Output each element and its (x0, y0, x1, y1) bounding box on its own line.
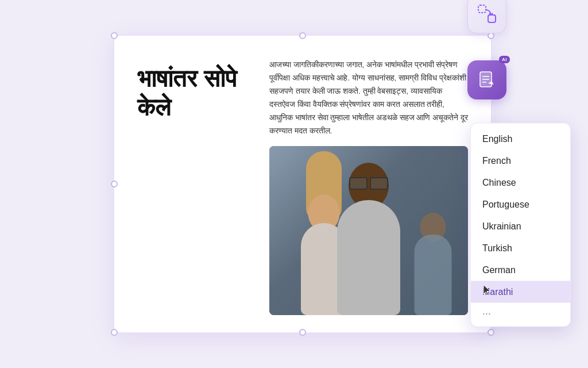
corner-dot-bl (111, 329, 118, 336)
card-right: आजच्या जागतिकीकरणाच्या जगात, अनेक भाषांम… (269, 59, 468, 315)
lang-item-portuguese[interactable]: Portuguese (471, 194, 570, 216)
convert-icon (476, 3, 498, 25)
convert-badge[interactable] (467, 0, 506, 33)
description-paragraph: आजच्या जागतिकीकरणाच्या जगात, अनेक भाषांम… (269, 59, 468, 138)
photo-background (269, 146, 468, 315)
card-content: भाषांतर सोपे केले आजच्या जागतिकीकरणाच्या… (137, 59, 468, 315)
corner-dot-br (488, 329, 494, 336)
language-dropdown[interactable]: English French Chinese Portuguese Ukrain… (470, 123, 571, 327)
ai-document-icon (477, 70, 497, 90)
person2-body (337, 200, 400, 315)
lang-item-chinese[interactable]: Chinese (471, 172, 570, 194)
lang-item-turkish[interactable]: Turkish (471, 237, 570, 259)
person2-glasses (349, 177, 388, 187)
ai-badge[interactable]: AI (467, 60, 506, 99)
marathi-heading: भाषांतर सोपे केले (137, 64, 252, 122)
cursor-indicator (482, 284, 493, 299)
lang-item-german[interactable]: German (471, 259, 570, 281)
main-container: भाषांतर सोपे केले आजच्या जागतिकीकरणाच्या… (0, 0, 588, 368)
document-card: भाषांतर सोपे केले आजच्या जागतिकीकरणाच्या… (113, 34, 492, 334)
corner-dot-tm (299, 32, 306, 39)
lang-item-english[interactable]: English (471, 128, 570, 150)
svg-rect-5 (488, 15, 496, 22)
person2 (329, 146, 408, 315)
lang-item-ukrainian[interactable]: Ukrainian (471, 216, 570, 237)
person3-body (415, 235, 452, 315)
lang-item-french[interactable]: French (471, 150, 570, 172)
card-left: भाषांतर सोपे केले (137, 59, 252, 315)
ai-label: AI (499, 56, 510, 63)
person3 (408, 197, 458, 315)
corner-dot-ml (111, 181, 118, 187)
cursor-icon (482, 284, 493, 297)
svg-rect-4 (478, 5, 486, 13)
lang-item-more[interactable]: ... (471, 303, 570, 322)
corner-dot-bm (299, 329, 306, 336)
corner-dot-tl (111, 32, 118, 39)
people-photo (269, 146, 468, 315)
